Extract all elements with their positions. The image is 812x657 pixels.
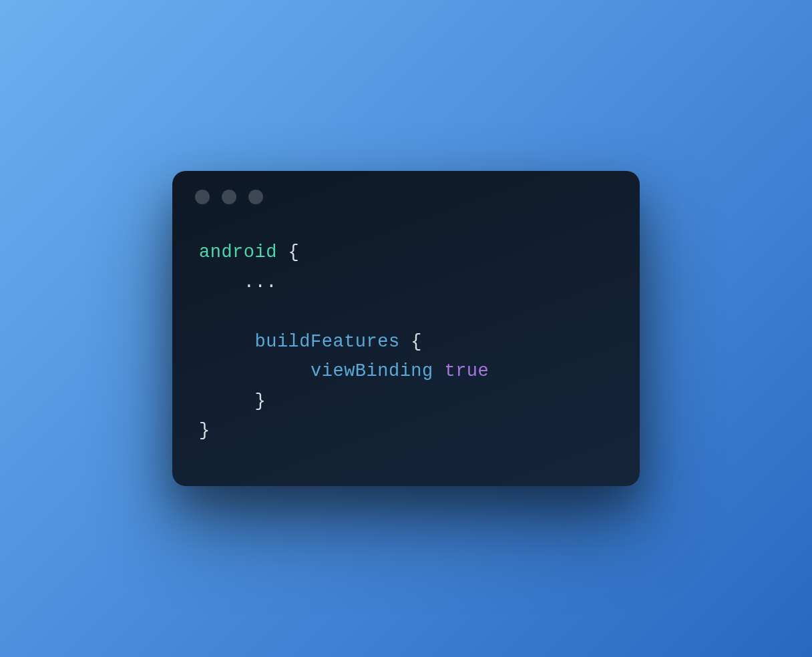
code-space	[433, 361, 445, 381]
code-indent	[199, 332, 255, 352]
code-token-brace: }	[255, 391, 266, 411]
code-indent	[199, 361, 311, 381]
code-token-identifier: viewBinding	[311, 361, 433, 381]
code-token-brace: }	[199, 421, 210, 441]
code-token-property: buildFeatures	[255, 332, 400, 352]
code-indent	[199, 272, 244, 292]
window-maximize-dot[interactable]	[248, 190, 263, 204]
code-token-brace: {	[400, 332, 422, 352]
code-token-brace: {	[277, 242, 299, 262]
code-indent	[199, 391, 255, 411]
code-content: android { ... buildFeatures { viewBindin…	[172, 211, 640, 486]
code-window: android { ... buildFeatures { viewBindin…	[172, 171, 640, 486]
window-close-dot[interactable]	[195, 190, 210, 204]
window-controls	[172, 171, 640, 211]
code-token-ellipsis: ...	[244, 272, 277, 292]
code-token-boolean: true	[444, 361, 489, 381]
window-minimize-dot[interactable]	[222, 190, 236, 204]
code-token-keyword: android	[199, 242, 277, 262]
